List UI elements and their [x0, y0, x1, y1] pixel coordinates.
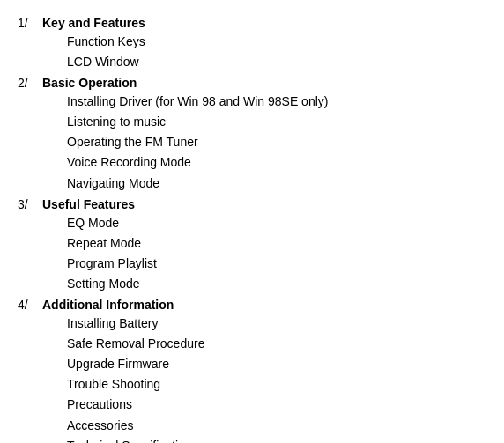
- section-header: 3/Useful Features: [18, 197, 478, 211]
- list-item: Trouble Shooting: [67, 374, 478, 395]
- section-title: Basic Operation: [42, 76, 137, 90]
- section: 2/Basic OperationInstalling Driver (for …: [18, 76, 478, 193]
- list-item: Setting Mode: [67, 274, 478, 294]
- list-item: Voice Recording Mode: [67, 152, 478, 173]
- sub-items-list: Installing BatterySafe Removal Procedure…: [18, 314, 478, 443]
- section-title: Additional Information: [42, 298, 174, 312]
- section-number: 2/: [18, 76, 42, 90]
- section: 3/Useful FeaturesEQ ModeRepeat ModeProgr…: [18, 197, 478, 294]
- list-item: Technical Specification: [67, 436, 478, 443]
- section-number: 4/: [18, 298, 42, 312]
- section-title: Useful Features: [42, 197, 135, 211]
- section: 1/Key and FeaturesFunction KeysLCD Windo…: [18, 16, 478, 72]
- list-item: Upgrade Firmware: [67, 354, 478, 374]
- list-item: Precautions: [67, 395, 478, 415]
- list-item: Program Playlist: [67, 254, 478, 274]
- section-header: 2/Basic Operation: [18, 76, 478, 90]
- list-item: Listening to music: [67, 112, 478, 132]
- list-item: Safe Removal Procedure: [67, 334, 478, 354]
- list-item: Installing Battery: [67, 314, 478, 334]
- list-item: Navigating Mode: [67, 174, 478, 194]
- section-title: Key and Features: [42, 16, 145, 30]
- list-item: LCD Window: [67, 52, 478, 72]
- list-item: Accessories: [67, 416, 478, 436]
- page-wrapper: 1/Key and FeaturesFunction KeysLCD Windo…: [18, 16, 478, 443]
- table-of-contents: 1/Key and FeaturesFunction KeysLCD Windo…: [18, 16, 478, 443]
- sub-items-list: Function KeysLCD Window: [18, 32, 478, 72]
- list-item: EQ Mode: [67, 213, 478, 233]
- sub-items-list: EQ ModeRepeat ModeProgram PlaylistSettin…: [18, 213, 478, 294]
- section-header: 4/Additional Information: [18, 298, 478, 312]
- section-number: 1/: [18, 16, 42, 30]
- sub-items-list: Installing Driver (for Win 98 and Win 98…: [18, 92, 478, 193]
- list-item: Function Keys: [67, 32, 478, 52]
- section-number: 3/: [18, 197, 42, 211]
- list-item: Installing Driver (for Win 98 and Win 98…: [67, 92, 478, 112]
- list-item: Repeat Mode: [67, 233, 478, 254]
- list-item: Operating the FM Tuner: [67, 132, 478, 152]
- section-header: 1/Key and Features: [18, 16, 478, 30]
- section: 4/Additional InformationInstalling Batte…: [18, 298, 478, 443]
